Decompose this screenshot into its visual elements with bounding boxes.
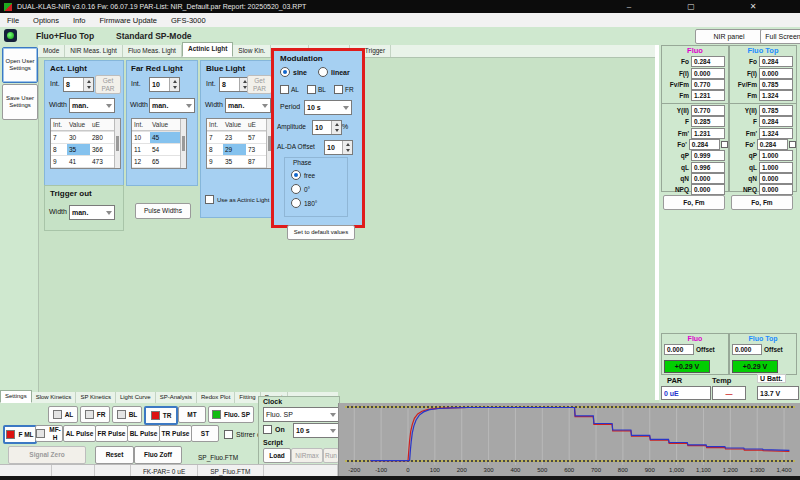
table-row[interactable]: 835366 — [51, 144, 114, 156]
button-bl[interactable]: BL — [112, 406, 142, 423]
table-row[interactable]: 730280 — [51, 132, 114, 144]
script-load-button[interactable]: Load — [263, 448, 291, 463]
pulse-widths-button[interactable]: Pulse Widths — [135, 203, 191, 219]
far-red-int-spinner[interactable]: 10 — [149, 77, 180, 92]
script-nirmax-button[interactable]: NIRmax — [291, 448, 323, 463]
button-signal-zero[interactable]: Signal Zero — [8, 446, 86, 464]
fo-fm-button-1[interactable]: Fo, Fm — [731, 195, 793, 210]
bottom-tab-sp-kinetics[interactable]: SP Kinetics — [76, 392, 116, 403]
table-row[interactable]: 72357 — [207, 132, 266, 144]
table-cell[interactable]: 9 — [207, 156, 223, 167]
bottom-tab-redox-plot[interactable]: Redox Plot — [197, 392, 235, 403]
button-mf-h[interactable]: MF-H — [35, 425, 63, 442]
blue-int-spinner[interactable]: 8 — [219, 77, 250, 92]
menu-item-file[interactable]: File — [0, 16, 26, 25]
alda-offset-spinner[interactable]: 10 — [324, 140, 353, 155]
clock-on-checkbox[interactable] — [263, 425, 272, 434]
table-cell[interactable]: 9 — [51, 156, 67, 167]
menu-item-firmware-update[interactable]: Firmware Update — [92, 16, 164, 25]
use-actinic-row[interactable]: Use as Actinic Light — [205, 195, 269, 204]
table-cell[interactable]: 35 — [67, 144, 90, 155]
mod-check-row-al[interactable]: AL — [280, 85, 299, 94]
phase-option-0[interactable]: free — [291, 170, 315, 180]
table-cell[interactable]: 65 — [150, 156, 180, 167]
bottom-tab-fitting[interactable]: Fitting — [235, 392, 260, 403]
trigger-width-dropdown[interactable]: man. — [69, 205, 115, 220]
blue-get-par-button[interactable]: Get PAR — [247, 75, 272, 94]
bottom-tab-sp-analysis[interactable]: SP-Analysis — [156, 392, 197, 403]
fo-fm-button-0[interactable]: Fo, Fm — [663, 195, 725, 210]
tab-slow-kin-[interactable]: Slow Kin. — [233, 45, 271, 57]
minimize-icon[interactable]: – — [618, 0, 640, 13]
button-al-pulse[interactable]: AL Pulse — [63, 425, 96, 442]
use-actinic-checkbox[interactable] — [205, 195, 214, 204]
button-mt[interactable]: MT — [178, 406, 206, 423]
mod-check-row-bl[interactable]: BL — [307, 85, 326, 94]
fo-prime-checkbox[interactable] — [721, 141, 728, 148]
table-row[interactable]: 1045 — [132, 132, 180, 144]
table-cell[interactable]: 54 — [150, 144, 180, 155]
table-cell[interactable]: 45 — [150, 132, 180, 143]
bottom-tab-settings[interactable]: Settings — [0, 390, 32, 403]
close-icon[interactable]: ✕ — [742, 0, 764, 13]
act-get-par-button[interactable]: Get PAR — [95, 75, 121, 94]
tab-actinic-light[interactable]: Actinic Light — [182, 42, 233, 57]
button-reset[interactable]: Reset — [95, 446, 134, 464]
table-row[interactable]: 1265 — [132, 156, 180, 168]
bottom-tab-light-curve[interactable]: Light Curve — [116, 392, 156, 403]
sine-radio-row[interactable]: sine — [280, 67, 307, 77]
open-user-settings-button[interactable]: Open User Settings — [2, 47, 38, 83]
maximize-icon[interactable]: ▢ — [680, 0, 702, 13]
button-fluo-sp[interactable]: Fluo. SP — [208, 406, 254, 423]
table-row[interactable]: 82973 — [207, 144, 266, 156]
table-scrollbar[interactable] — [114, 119, 120, 168]
button-bl-pulse[interactable]: BL Pulse — [127, 425, 160, 442]
table-cell[interactable]: 7 — [207, 132, 223, 143]
table-cell[interactable]: 473 — [90, 156, 114, 167]
full-screen-button[interactable]: Full Screen — [760, 29, 800, 44]
nir-panel-button[interactable]: NIR panel — [695, 29, 763, 44]
blue-light-table[interactable]: Int.ValueuE723578297393587 — [206, 118, 273, 169]
table-cell[interactable]: 280 — [90, 132, 114, 143]
table-row[interactable]: 1154 — [132, 144, 180, 156]
tab-nir-meas-light[interactable]: NIR Meas. Light — [65, 45, 123, 57]
period-dropdown[interactable]: 10 s — [304, 100, 352, 115]
table-cell[interactable]: 23 — [223, 132, 246, 143]
kinetics-chart[interactable]: -200-10001002003004005006007008009001,00… — [338, 403, 800, 476]
button-tr[interactable]: TR — [144, 406, 178, 425]
mod-checkbox-fr[interactable] — [334, 85, 343, 94]
button-al[interactable]: AL — [48, 406, 78, 423]
clock-on-row[interactable]: On — [263, 425, 285, 434]
table-cell[interactable]: 73 — [246, 144, 266, 155]
act-light-table[interactable]: Int.ValueuE730280835366941473 — [50, 118, 121, 169]
table-cell[interactable]: 11 — [132, 144, 150, 155]
phase-radio-2[interactable] — [291, 198, 301, 208]
table-row[interactable]: 93587 — [207, 156, 266, 168]
tab-mode[interactable]: Mode — [38, 45, 65, 57]
clock-interval-dropdown[interactable]: 10 s — [293, 423, 339, 438]
table-cell[interactable]: 30 — [67, 132, 90, 143]
table-cell[interactable]: 87 — [246, 156, 266, 167]
table-cell[interactable]: 35 — [223, 156, 246, 167]
amplitude-spinner[interactable]: 10 — [312, 120, 342, 135]
button-st[interactable]: ST — [191, 425, 219, 442]
menu-item-gfs-3000[interactable]: GFS-3000 — [164, 16, 213, 25]
save-user-settings-button[interactable]: Save User Settings — [2, 84, 38, 120]
power-icon[interactable] — [4, 29, 17, 42]
far-red-width-dropdown[interactable]: man. — [149, 98, 195, 113]
button-fr-pulse[interactable]: FR Pulse — [95, 425, 128, 442]
button-fluo-zoff[interactable]: Fluo Zoff — [134, 446, 182, 464]
button-f-ml[interactable]: F ML — [3, 425, 37, 444]
phase-radio-1[interactable] — [291, 184, 301, 194]
table-cell[interactable]: 8 — [51, 144, 67, 155]
bottom-tab-slow-kinetics[interactable]: Slow Kinetics — [32, 392, 77, 403]
far-red-table[interactable]: Int.Value104511541265 — [131, 118, 187, 169]
table-scrollbar[interactable] — [180, 119, 186, 168]
tab-fluo-meas-light[interactable]: Fluo Meas. Light — [123, 45, 182, 57]
phase-option-2[interactable]: 180° — [291, 198, 317, 208]
phase-option-1[interactable]: 0° — [291, 184, 310, 194]
table-cell[interactable]: 57 — [246, 132, 266, 143]
table-cell[interactable]: 41 — [67, 156, 90, 167]
clock-mode-dropdown[interactable]: Fluo. SP — [263, 407, 339, 422]
table-cell[interactable]: 7 — [51, 132, 67, 143]
